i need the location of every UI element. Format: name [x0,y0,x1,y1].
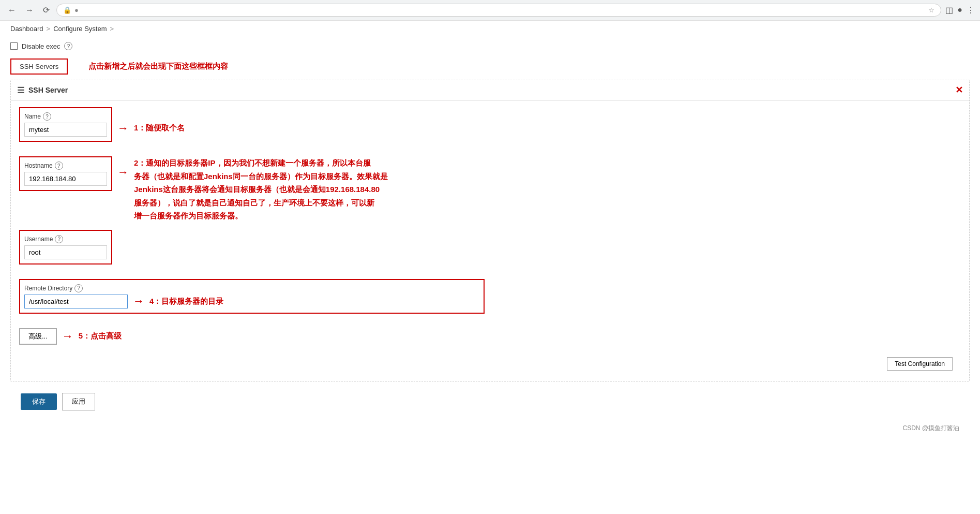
browser-bar: ← → ⟳ 🔒 ● 192.168.184.80:9200/configure … [0,0,980,21]
name-input[interactable] [24,123,107,137]
remote-dir-label: Remote Directory ? [24,284,479,292]
ssh-servers-button[interactable]: SSH Servers [10,58,68,75]
username-help-icon[interactable]: ? [55,235,63,243]
disable-exec-checkbox[interactable] [10,42,18,50]
name-field-box: Name ? [19,107,112,142]
name-label: Name ? [24,112,107,121]
menu-icon[interactable]: ⋮ [967,5,975,15]
star-icon[interactable]: ☆ [928,6,934,14]
annotation-top: 点击新增之后就会出现下面这些框框内容 [88,62,228,71]
back-button[interactable]: ← [5,5,19,16]
breadcrumb-dashboard[interactable]: Dashboard [10,25,43,33]
panel-header-left: ☰ SSH Server [17,85,68,95]
lock-icon: 🔒 [63,6,71,14]
extensions-icon[interactable]: ◫ [945,5,953,15]
apply-button[interactable]: 应用 [62,393,95,410]
breadcrumb-configure-system[interactable]: Configure System [53,25,107,33]
refresh-button[interactable]: ⟳ [40,4,52,16]
remote-dir-input[interactable] [24,295,128,309]
annotation-4: 4：目标服务器的目录 [149,297,223,306]
url-input[interactable]: 192.168.184.80:9200/configure [82,6,925,14]
save-button[interactable]: 保存 [21,393,57,410]
username-input[interactable] [24,245,107,259]
hamburger-icon: ☰ [17,85,24,95]
hostname-field-box: Hostname ? [19,156,112,191]
hostname-input[interactable] [24,172,107,186]
main-content: Disable exec ? SSH Servers 点击新增之后就会出现下面这… [0,37,980,448]
username-field-box: Username ? [19,230,112,265]
test-configuration-button[interactable]: Test Configuration [887,357,953,371]
browser-icons: ◫ ● ⋮ [945,5,975,15]
username-label: Username ? [24,235,107,243]
panel-title: SSH Server [28,86,68,94]
breadcrumb: Dashboard > Configure System > [0,21,980,37]
breadcrumb-sep-2: > [110,25,114,33]
form-column: Name ? → 1：随便取个名 Hostname ? [19,107,485,349]
ssh-server-panel: ☰ SSH Server ✕ Name ? [10,80,970,381]
disable-exec-help-icon[interactable]: ? [64,42,72,50]
address-bar: 🔒 ● 192.168.184.80:9200/configure ☆ [56,4,941,17]
advanced-button[interactable]: 高级... [20,329,56,344]
annotation-1: 1：随便取个名 [134,123,185,133]
disable-exec-row: Disable exec ? [10,42,970,50]
name-help-icon[interactable]: ? [43,112,51,121]
breadcrumb-sep-1: > [47,25,51,33]
csdn-watermark: CSDN @摸鱼打酱油 [10,419,970,438]
profile-icon[interactable]: ● [957,5,962,15]
hostname-label: Hostname ? [24,161,107,170]
annotation-5: 5：点击高级 [79,331,122,341]
annotation-2-block: 2：通知的目标服务器IP，因为我们不想新建一个服务器，所以本台服 务器（也就是和… [134,156,485,223]
remote-dir-help-icon[interactable]: ? [74,284,83,292]
forward-button[interactable]: → [23,5,36,16]
hostname-help-icon[interactable]: ? [55,161,63,170]
bottom-bar: 保存 应用 [10,385,970,419]
disable-exec-label: Disable exec [22,42,60,50]
url-icon: ● [74,6,79,14]
close-button[interactable]: ✕ [955,84,963,96]
panel-header: ☰ SSH Server ✕ [11,80,969,100]
remote-dir-field-box: Remote Directory ? → 4：目标服务器的目录 [19,279,485,314]
